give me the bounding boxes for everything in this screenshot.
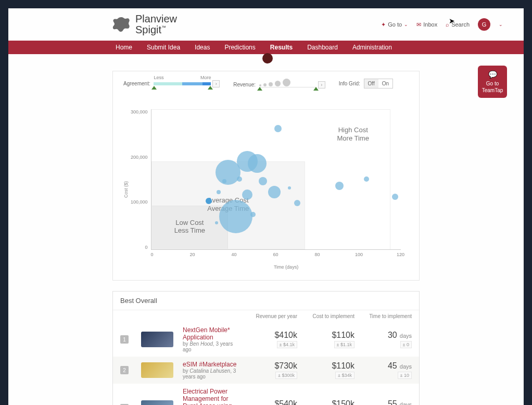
result-row[interactable]: 1NextGen Mobile* Applicationby Ben Hood,… (113, 322, 419, 357)
data-point[interactable] (215, 221, 218, 224)
nav-administration[interactable]: Administration (352, 44, 392, 51)
brand-logo[interactable]: Planview Spigit™ (112, 14, 177, 35)
infogrid-toggle[interactable]: Off On (364, 79, 394, 88)
data-point[interactable] (259, 177, 267, 185)
rank-badge: 1 (120, 335, 129, 344)
slider-handle-high-icon[interactable] (208, 86, 213, 90)
nav-predictions[interactable]: Predictions (224, 44, 255, 51)
y-axis-label: Cost ($) (123, 181, 129, 198)
data-point[interactable] (242, 189, 252, 200)
metric-cost: $110k± $1.1k (302, 331, 354, 348)
brand-line1: Planview (135, 14, 177, 24)
data-point[interactable] (268, 186, 281, 198)
nav-results[interactable]: Results (270, 44, 293, 51)
data-point[interactable] (294, 200, 300, 206)
infogrid-on[interactable]: On (378, 79, 392, 88)
data-point[interactable] (217, 190, 221, 194)
agreement-slider[interactable]: Less More (154, 82, 211, 85)
revenue-step-button[interactable]: › (318, 81, 325, 88)
x-ticks: 020406080100120 (151, 252, 422, 257)
data-point[interactable] (392, 194, 398, 200)
results-title: Best Overall (113, 292, 419, 310)
data-point[interactable] (219, 200, 252, 233)
data-point[interactable] (206, 198, 212, 204)
nav-submit-idea[interactable]: Submit Idea (147, 44, 180, 51)
agreement-step-button[interactable]: › (212, 80, 220, 87)
chat-icon: 💬 (480, 70, 505, 79)
metric-time: 30 days± 0 (360, 331, 412, 348)
x-axis-label: Time (days) (151, 264, 422, 270)
slider-handle-high-icon[interactable] (313, 87, 319, 91)
nav-home[interactable]: Home (116, 44, 132, 51)
y-ticks: 300,000200,000100,0000 (131, 109, 151, 250)
plot-area: Cost ($) 300,000200,000100,0000 Low Cost… (123, 109, 409, 270)
brand-tm: ™ (161, 25, 166, 30)
metric-revenue: $730k± $300k (245, 361, 297, 379)
metric-time: 45 days± 10 (360, 361, 412, 379)
data-point[interactable] (274, 125, 282, 132)
results-card: Best Overall Revenue per year Cost to im… (112, 291, 420, 405)
nav-indicator-icon (262, 53, 273, 64)
infogrid-control: Info Grid: Off On (339, 79, 393, 88)
mail-icon: ✉ (416, 21, 421, 28)
revenue-slider[interactable] (259, 79, 316, 86)
metric-revenue: $410k± $4.1k (245, 331, 297, 348)
data-point[interactable] (248, 154, 267, 173)
goto-menu[interactable]: ✦ Go to ⌄ (381, 21, 408, 28)
chevron-down-icon: ⌄ (404, 22, 408, 27)
brand-line2: Spigit (135, 24, 161, 35)
idea-byline: by Ben Hood, 3 years ago (183, 341, 240, 352)
chart-controls: Agreement: Less More › Revenue: (123, 79, 409, 88)
idea-byline: by Catalina Lahusen, 3 years ago (183, 368, 240, 379)
data-point[interactable] (364, 176, 369, 182)
search-icon: ⌕ (446, 21, 449, 28)
logo-icon (112, 15, 131, 34)
results-columns: Revenue per year Cost to implement Time … (113, 310, 419, 322)
slider-handle-low-icon[interactable] (257, 87, 262, 91)
teamtap-button[interactable]: 💬 Go to TeamTap (478, 66, 507, 98)
idea-thumbnail (141, 400, 173, 405)
metric-time: 55 days± 10 (360, 399, 412, 405)
idea-title[interactable]: eSIM #Marketplace (183, 361, 240, 368)
app-frame: ➤ Planview Spigit™ ✦ Go to ⌄ ✉ Inbox ⌕ (8, 8, 524, 405)
quadrant-label: High Cost More Time (327, 126, 379, 142)
idea-thumbnail (141, 332, 173, 347)
idea-title[interactable]: Electrical Power Management for Rural Ar… (183, 388, 240, 405)
agreement-control[interactable]: Agreement: Less More › (123, 80, 220, 87)
slider-handle-low-icon[interactable] (151, 86, 157, 90)
metric-cost: $110k± $34k (302, 361, 354, 379)
metric-revenue: $540k± $110k (245, 399, 297, 405)
scatter-plot[interactable]: Low Cost Less TimeAverage Cost Average T… (151, 109, 401, 250)
search-link[interactable]: ⌕ Search (446, 21, 470, 28)
result-row[interactable]: 3Electrical Power Management for Rural A… (113, 384, 419, 405)
revenue-control[interactable]: Revenue: › (233, 79, 325, 88)
avatar[interactable]: G (478, 18, 490, 31)
nav-dashboard[interactable]: Dashboard (307, 44, 338, 51)
idea-title[interactable]: NextGen Mobile* Application (183, 326, 240, 341)
data-point[interactable] (250, 212, 256, 217)
top-bar: Planview Spigit™ ✦ Go to ⌄ ✉ Inbox ⌕ Sea… (8, 8, 524, 41)
chart-card: Agreement: Less More › Revenue: (112, 71, 420, 281)
data-point[interactable] (288, 186, 291, 189)
top-actions: ✦ Go to ⌄ ✉ Inbox ⌕ Search G ⌄ (381, 18, 503, 31)
data-point[interactable] (237, 176, 242, 182)
inbox-link[interactable]: ✉ Inbox (416, 21, 437, 28)
result-row[interactable]: 2eSIM #Marketplaceby Catalina Lahusen, 3… (113, 357, 419, 384)
idea-thumbnail (141, 362, 173, 378)
nav-ideas[interactable]: Ideas (195, 44, 210, 51)
rank-badge: 2 (120, 366, 129, 374)
data-point[interactable] (335, 182, 344, 190)
pin-icon: ✦ (381, 21, 386, 28)
main-nav: HomeSubmit IdeaIdeasPredictionsResultsDa… (8, 41, 524, 54)
metric-cost: $150k± $36k (302, 399, 354, 405)
infogrid-off[interactable]: Off (364, 79, 378, 88)
avatar-chevron-icon[interactable]: ⌄ (499, 22, 503, 27)
